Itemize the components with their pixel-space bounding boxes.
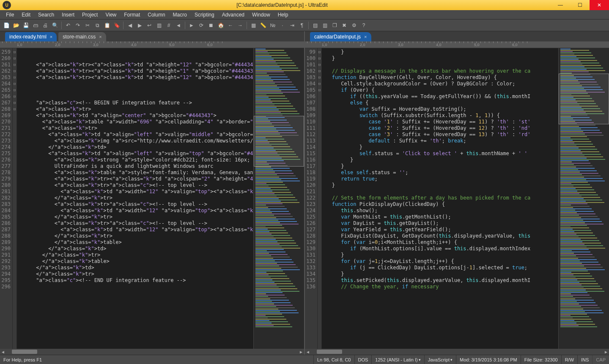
menu-help[interactable]: Help — [274, 11, 292, 19]
window-buttons: — ☐ ✕ — [551, 0, 609, 10]
redo-icon[interactable]: ↷ — [73, 21, 82, 30]
close-icon[interactable]: × — [50, 34, 52, 39]
line-num-icon[interactable]: № — [268, 21, 277, 30]
status-language[interactable]: JavaScript — [424, 355, 456, 364]
minimap-left[interactable] — [253, 48, 304, 349]
help-icon[interactable]: ? — [359, 21, 368, 30]
maximize-button[interactable]: ☐ — [570, 0, 590, 10]
menu-project[interactable]: Project — [79, 11, 101, 19]
scroll-thumb[interactable] — [317, 350, 342, 354]
scroll-left-icon[interactable]: ◄ — [0, 350, 6, 354]
minimize-button[interactable]: — — [551, 0, 570, 10]
scroll-left-icon[interactable]: ◄ — [305, 350, 311, 354]
tabs-icon[interactable]: ⇥ — [288, 21, 297, 30]
paste-icon[interactable]: 📋 — [102, 21, 112, 30]
status-insert[interactable]: INS — [577, 355, 592, 364]
close-all-icon[interactable]: ✖ — [340, 21, 349, 30]
menubar: FileEditSearchInsertProjectViewFormatCol… — [0, 10, 609, 19]
tile-h-icon[interactable]: ▤ — [310, 21, 320, 30]
status-modified: Mod: 3/19/2015 3:16:08 PM — [456, 355, 521, 364]
ruler-icon[interactable]: 📏 — [258, 21, 268, 30]
status-filesize: File Size: 32300 — [521, 355, 561, 364]
status-encoding[interactable]: 1252 (ANSI - Latin I) — [371, 355, 424, 364]
print-icon[interactable]: 🖨 — [41, 21, 50, 30]
col-mode-icon[interactable]: ▦ — [249, 21, 258, 30]
editor-right[interactable]: 99 100 101 102 103 104 105 106 107 108 1… — [305, 48, 609, 349]
menu-format[interactable]: Format — [121, 11, 143, 19]
close-button[interactable]: ✕ — [590, 0, 609, 10]
tab-store-main-css[interactable]: store-main.css× — [58, 32, 106, 41]
open-icon[interactable]: 📂 — [11, 21, 21, 30]
bookmark-prev-icon[interactable]: ◀ — [125, 21, 134, 30]
status-readwrite[interactable]: R/W — [561, 355, 577, 364]
menu-edit[interactable]: Edit — [18, 11, 34, 19]
spaces-icon[interactable]: · — [278, 21, 287, 30]
tab-label: index-ready.html — [9, 34, 47, 40]
fwd-icon[interactable]: → — [236, 21, 245, 30]
refresh-icon[interactable]: ⟳ — [197, 21, 206, 30]
para-icon[interactable]: ¶ — [297, 21, 307, 30]
status-capslock: CAP — [592, 355, 609, 364]
save-icon[interactable]: 💾 — [21, 21, 30, 30]
ruler-left: 1,02,03,04,05,06,0 — [0, 41, 304, 48]
tab-calendarDateInput-js[interactable]: calendarDateInput.js× — [310, 32, 371, 41]
new-icon[interactable]: 📄 — [2, 21, 11, 30]
scroll-thumb[interactable] — [12, 350, 37, 354]
foldcol-left[interactable]: ⊟ ⊟ ⊟ ⊟ ⊟ ⊟ ⊟ ⊟ ⊟ ⊟ — [13, 48, 17, 349]
gutter-left: 259 260 261 262 263 264 265 266 267 268 … — [0, 48, 13, 349]
copy-icon[interactable]: ⧉ — [93, 21, 102, 30]
menu-view[interactable]: View — [102, 11, 120, 19]
menu-window[interactable]: Window — [249, 11, 274, 19]
back-icon[interactable]: ← — [226, 21, 235, 30]
menu-insert[interactable]: Insert — [58, 11, 78, 19]
minimap-viewport[interactable] — [559, 74, 609, 124]
tabstrip-left: index-ready.html×store-main.css× — [0, 31, 304, 41]
bookmark-icon[interactable]: 🔖 — [112, 21, 121, 30]
toggle-wrap-icon[interactable]: ↩ — [145, 21, 154, 30]
close-icon[interactable]: × — [364, 34, 367, 39]
menu-macro[interactable]: Macro — [170, 11, 190, 19]
columns-icon[interactable]: ▥ — [154, 21, 164, 30]
minimap-right[interactable] — [558, 48, 609, 349]
tile-v-icon[interactable]: ▥ — [320, 21, 329, 30]
menu-search[interactable]: Search — [35, 11, 58, 19]
config-icon[interactable]: ⚙ — [349, 21, 359, 30]
scroll-right-icon[interactable]: ► — [298, 350, 304, 354]
status-help: For Help, press F1 — [0, 355, 313, 364]
ruler-right: 1,02,03,04,05,06,0 — [305, 41, 609, 48]
tab-index-ready-html[interactable]: index-ready.html× — [5, 32, 57, 41]
web-next-icon[interactable]: ► — [187, 21, 196, 30]
status-eol[interactable]: DOS — [354, 355, 372, 364]
hscroll-left[interactable]: ◄ ► — [0, 349, 304, 355]
bookmark-next-icon[interactable]: ▶ — [135, 21, 144, 30]
tab-label: calendarDateInput.js — [314, 34, 361, 40]
hscroll-right[interactable]: ◄ ► — [305, 349, 609, 355]
gutter-right: 99 100 101 102 103 104 105 106 107 108 1… — [305, 48, 318, 349]
tabstrip-right: calendarDateInput.js× — [305, 31, 609, 41]
window-title: [C:\data\calendarDateInput.js] - UltraEd… — [14, 2, 551, 8]
menu-file[interactable]: File — [3, 11, 17, 19]
stop-icon[interactable]: ⏹ — [206, 21, 216, 30]
editor-left[interactable]: 259 260 261 262 263 264 265 266 267 268 … — [0, 48, 304, 349]
foldcol-right[interactable]: ⊟ ⊟ ⊟ ⊟ ⊟ ⊟ ⊟ — [318, 48, 322, 349]
hex-icon[interactable]: # — [164, 21, 173, 30]
app-icon: U — [3, 1, 11, 9]
undo-icon[interactable]: ↶ — [63, 21, 73, 30]
pane-right: calendarDateInput.js× 1,02,03,04,05,06,0… — [305, 31, 609, 355]
cut-icon[interactable]: ✂ — [83, 21, 92, 30]
code-right[interactable]: } } // Displays a message in the status … — [322, 48, 558, 349]
web-prev-icon[interactable]: ◄ — [174, 21, 183, 30]
close-icon[interactable]: × — [99, 34, 102, 39]
cascade-icon[interactable]: ❐ — [330, 21, 339, 30]
scroll-right-icon[interactable]: ► — [603, 350, 609, 354]
titlebar: U [C:\data\calendarDateInput.js] - Ultra… — [0, 0, 609, 10]
code-left[interactable]: <"a">class="k">tr><"a">class="k">td "a">… — [17, 48, 253, 349]
menu-column[interactable]: Column — [144, 11, 168, 19]
find-icon[interactable]: 🔍 — [50, 21, 60, 30]
menu-scripting[interactable]: Scripting — [191, 11, 218, 19]
save-all-icon[interactable]: 🗃 — [31, 21, 40, 30]
tab-label: store-main.css — [63, 34, 96, 40]
minimap-viewport[interactable] — [254, 116, 304, 167]
home-icon[interactable]: 🏠 — [216, 21, 225, 30]
menu-advanced[interactable]: Advanced — [219, 11, 248, 19]
